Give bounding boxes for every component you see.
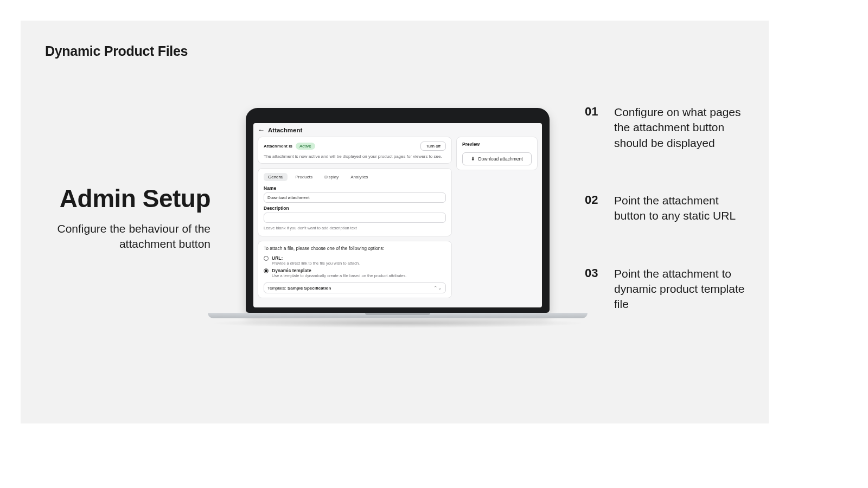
- radio-dynamic[interactable]: Dynamic template Use a template to dynam…: [264, 268, 446, 278]
- slide-canvas: Dynamic Product Files Admin Setup Config…: [21, 21, 769, 423]
- radio-dynamic-label: Dynamic template: [272, 268, 311, 273]
- status-label: Attachment is: [264, 144, 292, 149]
- radio-icon: [264, 268, 269, 273]
- attach-card: To attach a file, please choose one of t…: [258, 241, 452, 298]
- template-select[interactable]: Template: Sample Specification ⌃⌄: [264, 282, 446, 293]
- attach-heading: To attach a file, please choose one of t…: [264, 246, 446, 251]
- laptop-mockup: ← Attachment Attachment is Active Turn o…: [246, 108, 588, 328]
- download-attachment-button[interactable]: ⬇ Download attachment: [462, 152, 532, 165]
- radio-dynamic-desc: Use a template to dynamically create a f…: [272, 273, 406, 278]
- feature-item: 01 Configure on what pages the attachmen…: [585, 105, 753, 151]
- feature-number: 01: [585, 105, 604, 151]
- template-select-value: Sample Specification: [288, 286, 331, 291]
- app-screen: ← Attachment Attachment is Active Turn o…: [253, 123, 542, 307]
- feature-list: 01 Configure on what pages the attachmen…: [585, 105, 753, 355]
- tab-analytics[interactable]: Analytics: [346, 173, 372, 181]
- screen-header: ← Attachment: [258, 126, 538, 133]
- laptop-base: [208, 313, 588, 318]
- description-hint: Leave blank if you don't want to add des…: [264, 226, 446, 230]
- chevron-updown-icon: ⌃⌄: [433, 285, 442, 291]
- download-icon: ⬇: [471, 156, 475, 162]
- radio-url-desc: Provide a direct link to the file you wi…: [272, 261, 360, 266]
- tabs: General Products Display Analytics: [264, 173, 446, 181]
- radio-url-label: URL:: [272, 255, 283, 261]
- feature-text: Point the attachment button to any stati…: [614, 193, 753, 224]
- feature-number: 02: [585, 193, 604, 224]
- feature-item: 02 Point the attachment button to any st…: [585, 193, 753, 224]
- left-copy: Admin Setup Configure the behaviour of t…: [50, 185, 210, 252]
- tab-products[interactable]: Products: [291, 173, 317, 181]
- page-title: Admin Setup: [50, 185, 210, 213]
- preview-label: Preview: [462, 142, 532, 147]
- template-select-label: Template:: [267, 286, 286, 291]
- screen-title: Attachment: [268, 127, 302, 133]
- feature-text: Point the attachment to dynamic product …: [614, 266, 753, 312]
- radio-url[interactable]: URL: Provide a direct link to the file y…: [264, 255, 446, 266]
- page-subtitle: Configure the behaviour of the attachmen…: [50, 221, 210, 252]
- back-arrow-icon[interactable]: ←: [258, 126, 265, 133]
- preview-card: Preview ⬇ Download attachment: [456, 137, 538, 170]
- feature-number: 03: [585, 266, 604, 312]
- name-input[interactable]: [264, 192, 446, 203]
- general-card: General Products Display Analytics Name …: [258, 168, 452, 236]
- feature-text: Configure on what pages the attachment b…: [614, 105, 753, 151]
- laptop-body: ← Attachment Attachment is Active Turn o…: [246, 108, 550, 313]
- status-badge: Active: [296, 143, 315, 150]
- tab-display[interactable]: Display: [320, 173, 343, 181]
- download-button-label: Download attachment: [478, 156, 522, 162]
- feature-item: 03 Point the attachment to dynamic produ…: [585, 266, 753, 312]
- description-input[interactable]: [264, 213, 446, 223]
- status-description: The attachment is now active and will be…: [264, 154, 446, 159]
- laptop-shadow: [208, 318, 588, 328]
- radio-icon: [264, 256, 269, 261]
- name-label: Name: [264, 185, 446, 191]
- tab-general[interactable]: General: [264, 173, 288, 181]
- brand-title: Dynamic Product Files: [45, 43, 188, 59]
- status-card: Attachment is Active Turn off The attach…: [258, 137, 452, 164]
- turn-off-button[interactable]: Turn off: [420, 142, 446, 151]
- description-label: Description: [264, 206, 446, 211]
